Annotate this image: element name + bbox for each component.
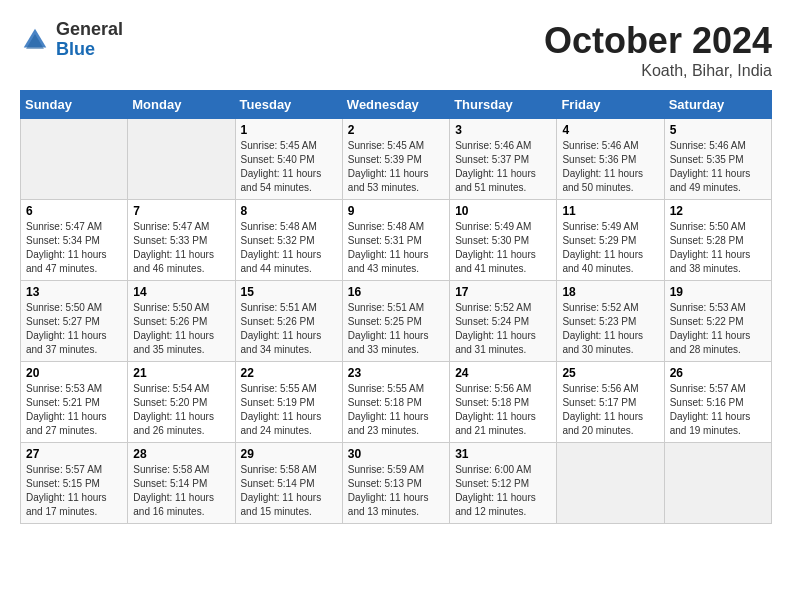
day-info: Sunrise: 5:55 AM Sunset: 5:18 PM Dayligh… xyxy=(348,382,444,438)
day-number: 30 xyxy=(348,447,444,461)
calendar-cell: 26Sunrise: 5:57 AM Sunset: 5:16 PM Dayli… xyxy=(664,362,771,443)
calendar-cell: 18Sunrise: 5:52 AM Sunset: 5:23 PM Dayli… xyxy=(557,281,664,362)
calendar-cell: 14Sunrise: 5:50 AM Sunset: 5:26 PM Dayli… xyxy=(128,281,235,362)
calendar-cell: 2Sunrise: 5:45 AM Sunset: 5:39 PM Daylig… xyxy=(342,119,449,200)
day-info: Sunrise: 5:54 AM Sunset: 5:20 PM Dayligh… xyxy=(133,382,229,438)
day-info: Sunrise: 5:58 AM Sunset: 5:14 PM Dayligh… xyxy=(133,463,229,519)
day-info: Sunrise: 5:56 AM Sunset: 5:18 PM Dayligh… xyxy=(455,382,551,438)
day-number: 18 xyxy=(562,285,658,299)
col-tuesday: Tuesday xyxy=(235,91,342,119)
calendar-subtitle: Koath, Bihar, India xyxy=(544,62,772,80)
day-number: 15 xyxy=(241,285,337,299)
calendar-cell: 31Sunrise: 6:00 AM Sunset: 5:12 PM Dayli… xyxy=(450,443,557,524)
calendar-cell: 1Sunrise: 5:45 AM Sunset: 5:40 PM Daylig… xyxy=(235,119,342,200)
day-number: 20 xyxy=(26,366,122,380)
calendar-week-row: 27Sunrise: 5:57 AM Sunset: 5:15 PM Dayli… xyxy=(21,443,772,524)
calendar-cell xyxy=(21,119,128,200)
day-info: Sunrise: 5:52 AM Sunset: 5:24 PM Dayligh… xyxy=(455,301,551,357)
calendar-week-row: 6Sunrise: 5:47 AM Sunset: 5:34 PM Daylig… xyxy=(21,200,772,281)
page-header: General Blue October 2024 Koath, Bihar, … xyxy=(20,20,772,80)
day-number: 25 xyxy=(562,366,658,380)
day-info: Sunrise: 5:52 AM Sunset: 5:23 PM Dayligh… xyxy=(562,301,658,357)
day-number: 9 xyxy=(348,204,444,218)
day-info: Sunrise: 5:49 AM Sunset: 5:30 PM Dayligh… xyxy=(455,220,551,276)
logo-blue: Blue xyxy=(56,40,123,60)
logo-text: General Blue xyxy=(56,20,123,60)
calendar-cell: 17Sunrise: 5:52 AM Sunset: 5:24 PM Dayli… xyxy=(450,281,557,362)
calendar-cell: 19Sunrise: 5:53 AM Sunset: 5:22 PM Dayli… xyxy=(664,281,771,362)
calendar-cell: 30Sunrise: 5:59 AM Sunset: 5:13 PM Dayli… xyxy=(342,443,449,524)
day-info: Sunrise: 5:47 AM Sunset: 5:34 PM Dayligh… xyxy=(26,220,122,276)
day-info: Sunrise: 5:59 AM Sunset: 5:13 PM Dayligh… xyxy=(348,463,444,519)
day-info: Sunrise: 5:50 AM Sunset: 5:26 PM Dayligh… xyxy=(133,301,229,357)
day-number: 14 xyxy=(133,285,229,299)
day-number: 5 xyxy=(670,123,766,137)
calendar-week-row: 1Sunrise: 5:45 AM Sunset: 5:40 PM Daylig… xyxy=(21,119,772,200)
col-wednesday: Wednesday xyxy=(342,91,449,119)
day-number: 3 xyxy=(455,123,551,137)
calendar-cell: 12Sunrise: 5:50 AM Sunset: 5:28 PM Dayli… xyxy=(664,200,771,281)
calendar-cell: 6Sunrise: 5:47 AM Sunset: 5:34 PM Daylig… xyxy=(21,200,128,281)
day-number: 4 xyxy=(562,123,658,137)
calendar-cell: 24Sunrise: 5:56 AM Sunset: 5:18 PM Dayli… xyxy=(450,362,557,443)
day-info: Sunrise: 5:48 AM Sunset: 5:31 PM Dayligh… xyxy=(348,220,444,276)
day-info: Sunrise: 5:56 AM Sunset: 5:17 PM Dayligh… xyxy=(562,382,658,438)
day-info: Sunrise: 5:45 AM Sunset: 5:40 PM Dayligh… xyxy=(241,139,337,195)
day-number: 7 xyxy=(133,204,229,218)
day-number: 26 xyxy=(670,366,766,380)
day-info: Sunrise: 5:53 AM Sunset: 5:21 PM Dayligh… xyxy=(26,382,122,438)
calendar-cell: 13Sunrise: 5:50 AM Sunset: 5:27 PM Dayli… xyxy=(21,281,128,362)
calendar-table: Sunday Monday Tuesday Wednesday Thursday… xyxy=(20,90,772,524)
calendar-cell: 9Sunrise: 5:48 AM Sunset: 5:31 PM Daylig… xyxy=(342,200,449,281)
day-info: Sunrise: 5:45 AM Sunset: 5:39 PM Dayligh… xyxy=(348,139,444,195)
logo-general: General xyxy=(56,20,123,40)
calendar-cell: 15Sunrise: 5:51 AM Sunset: 5:26 PM Dayli… xyxy=(235,281,342,362)
day-number: 1 xyxy=(241,123,337,137)
day-number: 23 xyxy=(348,366,444,380)
day-info: Sunrise: 5:58 AM Sunset: 5:14 PM Dayligh… xyxy=(241,463,337,519)
calendar-cell: 22Sunrise: 5:55 AM Sunset: 5:19 PM Dayli… xyxy=(235,362,342,443)
calendar-cell: 5Sunrise: 5:46 AM Sunset: 5:35 PM Daylig… xyxy=(664,119,771,200)
day-number: 10 xyxy=(455,204,551,218)
day-number: 13 xyxy=(26,285,122,299)
day-number: 16 xyxy=(348,285,444,299)
day-info: Sunrise: 6:00 AM Sunset: 5:12 PM Dayligh… xyxy=(455,463,551,519)
day-info: Sunrise: 5:50 AM Sunset: 5:27 PM Dayligh… xyxy=(26,301,122,357)
day-number: 22 xyxy=(241,366,337,380)
calendar-cell: 16Sunrise: 5:51 AM Sunset: 5:25 PM Dayli… xyxy=(342,281,449,362)
day-number: 12 xyxy=(670,204,766,218)
day-number: 8 xyxy=(241,204,337,218)
day-number: 17 xyxy=(455,285,551,299)
calendar-cell xyxy=(557,443,664,524)
day-number: 2 xyxy=(348,123,444,137)
col-sunday: Sunday xyxy=(21,91,128,119)
calendar-cell: 10Sunrise: 5:49 AM Sunset: 5:30 PM Dayli… xyxy=(450,200,557,281)
calendar-cell: 28Sunrise: 5:58 AM Sunset: 5:14 PM Dayli… xyxy=(128,443,235,524)
col-saturday: Saturday xyxy=(664,91,771,119)
calendar-cell: 29Sunrise: 5:58 AM Sunset: 5:14 PM Dayli… xyxy=(235,443,342,524)
col-monday: Monday xyxy=(128,91,235,119)
day-number: 19 xyxy=(670,285,766,299)
calendar-cell: 25Sunrise: 5:56 AM Sunset: 5:17 PM Dayli… xyxy=(557,362,664,443)
day-info: Sunrise: 5:55 AM Sunset: 5:19 PM Dayligh… xyxy=(241,382,337,438)
day-info: Sunrise: 5:51 AM Sunset: 5:26 PM Dayligh… xyxy=(241,301,337,357)
day-info: Sunrise: 5:53 AM Sunset: 5:22 PM Dayligh… xyxy=(670,301,766,357)
day-number: 24 xyxy=(455,366,551,380)
day-info: Sunrise: 5:51 AM Sunset: 5:25 PM Dayligh… xyxy=(348,301,444,357)
calendar-cell xyxy=(664,443,771,524)
calendar-cell: 3Sunrise: 5:46 AM Sunset: 5:37 PM Daylig… xyxy=(450,119,557,200)
day-info: Sunrise: 5:46 AM Sunset: 5:37 PM Dayligh… xyxy=(455,139,551,195)
col-thursday: Thursday xyxy=(450,91,557,119)
calendar-cell xyxy=(128,119,235,200)
calendar-cell: 11Sunrise: 5:49 AM Sunset: 5:29 PM Dayli… xyxy=(557,200,664,281)
calendar-week-row: 20Sunrise: 5:53 AM Sunset: 5:21 PM Dayli… xyxy=(21,362,772,443)
logo-icon xyxy=(20,25,50,55)
calendar-title: October 2024 xyxy=(544,20,772,62)
logo: General Blue xyxy=(20,20,123,60)
day-info: Sunrise: 5:50 AM Sunset: 5:28 PM Dayligh… xyxy=(670,220,766,276)
day-number: 27 xyxy=(26,447,122,461)
day-number: 28 xyxy=(133,447,229,461)
day-info: Sunrise: 5:57 AM Sunset: 5:16 PM Dayligh… xyxy=(670,382,766,438)
day-info: Sunrise: 5:49 AM Sunset: 5:29 PM Dayligh… xyxy=(562,220,658,276)
day-number: 6 xyxy=(26,204,122,218)
